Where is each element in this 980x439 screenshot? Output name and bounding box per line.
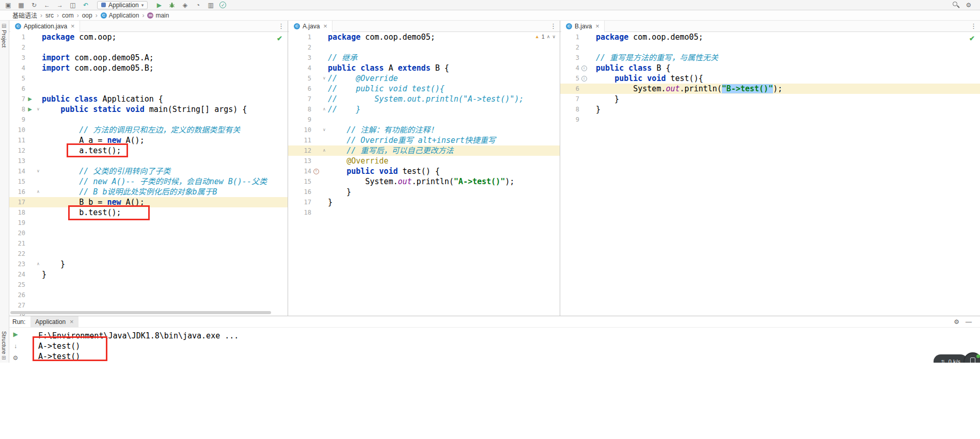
editor-body[interactable]: ✔ 1package com.oop;23import com.oop.demo… [9,32,288,316]
next-problem-icon[interactable]: ∨ [552,34,556,39]
code-line[interactable]: 12∧ // 重写后，可以自己更改方法 [288,145,560,156]
code-line[interactable]: 14↑ public void test() { [288,166,560,176]
code-text[interactable]: public class Application { [42,94,288,104]
code-text[interactable]: // 重写是方法的重写，与属性无关 [596,53,980,63]
code-text[interactable]: } [42,259,288,269]
line-number[interactable]: 5 [560,73,579,84]
code-line[interactable]: 3// 重写是方法的重写，与属性无关 [560,53,980,63]
code-line[interactable]: 4public class A extends B { [288,63,560,73]
code-line[interactable]: 18 [288,207,560,218]
line-number[interactable]: 10 [288,125,311,135]
code-text[interactable]: // new A()-- 子类的时候，会自动new B()--父类 [42,176,288,187]
search-everywhere-icon[interactable] [952,1,960,9]
line-number[interactable]: 16 [288,187,311,197]
code-line[interactable]: 20 [9,228,288,238]
tab-options-icon[interactable]: ⋮ [550,22,557,30]
code-text[interactable]: package com.oop.demo05; [328,32,560,42]
code-text[interactable] [42,300,288,311]
run-icon[interactable]: ▶ [155,2,163,9]
line-number[interactable]: 21 [9,238,25,249]
run-settings-gear-icon[interactable]: ⚙ [954,318,959,326]
code-text[interactable] [328,115,560,125]
code-text[interactable] [42,84,288,94]
toolwindow-project-button[interactable]: Project [1,30,7,47]
code-line[interactable]: 1package com.oop.demo05; [288,32,560,42]
minimize-panel-icon[interactable]: — [966,318,972,326]
code-line[interactable]: 1package com.oop; [9,32,288,42]
code-line[interactable]: 4↓public class B { [560,63,980,73]
line-number[interactable]: 17 [9,197,25,207]
code-text[interactable]: A a = new A(); [42,135,288,145]
code-text[interactable]: // public void test(){ [328,84,560,94]
line-number[interactable]: 26 [9,290,25,300]
line-number[interactable]: 27 [9,300,25,311]
line-number[interactable]: 8 [9,104,25,115]
run-console[interactable]: F:\Environment\Java\JDK1.8\bin\java.exe … [9,328,980,363]
inspections-ok-icon[interactable]: ✔ [969,35,975,42]
code-line[interactable]: 24} [9,269,288,280]
code-line[interactable]: 13 [9,156,288,166]
profiler-icon[interactable]: ◔ [194,2,202,9]
code-text[interactable] [328,42,560,53]
code-line[interactable]: 25 [9,280,288,290]
code-text[interactable]: public class B { [596,63,980,73]
code-text[interactable]: b.test(); [42,207,288,218]
code-text[interactable]: } [596,94,980,104]
close-tab-icon[interactable]: × [323,23,327,29]
line-number[interactable]: 12 [288,145,311,156]
code-line[interactable]: 8▶∨ public static void main(String[] arg… [9,104,288,115]
code-line[interactable]: 7 } [560,94,980,104]
code-line[interactable]: 11 // Override重写 alt+insert快捷重写 [288,135,560,145]
code-line[interactable]: 7// System.out.println("A->test()"); [288,94,560,104]
tab-application-java[interactable]: C Application.java × [10,21,80,32]
code-line[interactable]: 8} [560,104,980,115]
code-text[interactable]: // 注解：有功能的注释！ [328,125,560,135]
fold-icon[interactable]: ∨ [321,125,328,135]
forward-icon[interactable]: → [56,2,64,9]
line-number[interactable]: 4 [560,63,579,73]
code-text[interactable]: // B b说明此处实例化后的对象b属于B [42,187,288,197]
code-text[interactable]: // 方法的调用只和左边，定义的数据类型有关 [42,125,288,135]
line-number[interactable]: 7 [9,94,25,104]
code-line[interactable]: 9 [9,115,288,125]
line-number[interactable]: 1 [9,32,25,42]
line-number[interactable]: 1 [560,32,579,42]
status-bubble[interactable]: ⇅ 0 k/s [934,352,980,363]
fold-icon[interactable]: ∧ [35,259,42,269]
line-number[interactable]: 4 [9,63,25,73]
code-line[interactable]: 11 A a = new A(); [9,135,288,145]
code-text[interactable] [42,115,288,125]
line-number[interactable]: 2 [560,42,579,53]
code-line[interactable]: 17 B b = new A(); [9,197,288,207]
notification-bubble[interactable] [963,352,980,363]
code-line[interactable]: 12 a.test(); [9,145,288,156]
line-number[interactable]: 9 [9,115,25,125]
line-number[interactable]: 3 [9,53,25,63]
line-number[interactable]: 17 [288,197,311,207]
line-number[interactable]: 18 [9,207,25,218]
code-text[interactable] [596,115,980,125]
code-text[interactable] [42,218,288,228]
code-line[interactable]: 26 [9,290,288,300]
code-line[interactable]: 19 [9,218,288,228]
code-text[interactable]: // 重写后，可以自己更改方法 [328,145,560,156]
fold-icon[interactable]: ∧ [321,145,328,156]
line-number[interactable]: 2 [288,42,311,53]
line-number[interactable]: 3 [560,53,579,63]
tab-b-java[interactable]: C B.java × [561,21,605,32]
code-text[interactable]: // @Override [328,73,560,84]
code-text[interactable]: public static void main(String[] args) { [42,104,288,115]
undo-icon[interactable]: ↶ [82,2,90,9]
line-number[interactable]: 2 [9,42,25,53]
line-number[interactable]: 12 [9,145,25,156]
back-icon[interactable]: ← [43,2,51,9]
toolwindow-icon[interactable]: ▤ [2,23,6,28]
coverage-icon[interactable]: ◈ [181,2,189,9]
line-number[interactable]: 3 [288,53,311,63]
code-line[interactable]: 4import com.oop.demo05.B; [9,63,288,73]
breadcrumb-item-main[interactable]: mmain [147,12,169,19]
code-line[interactable]: 23∧ } [9,259,288,269]
code-line[interactable]: 15 // new A()-- 子类的时候，会自动new B()--父类 [9,176,288,187]
line-number[interactable]: 14 [288,166,311,176]
code-line[interactable]: 8∧// } [288,104,560,115]
